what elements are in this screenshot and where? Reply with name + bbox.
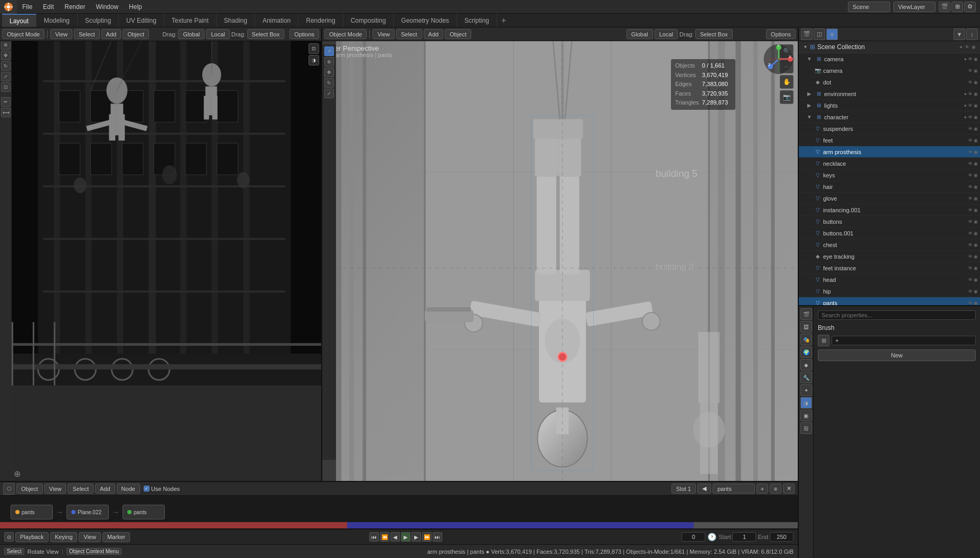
oi-render-lights[interactable]: ◉ <box>974 103 978 108</box>
rv-tool-cursor[interactable]: ⊕ <box>324 57 334 67</box>
oi-eye-char[interactable]: 👁 <box>968 115 973 120</box>
rv-camera-btn[interactable]: 📷 <box>780 90 794 104</box>
prop-scene-btn[interactable]: 🎭 <box>800 334 812 345</box>
tl-view-btn[interactable]: View <box>79 532 101 542</box>
node-chip-pants-1[interactable]: pants <box>11 505 53 519</box>
tl-play-btn[interactable]: ▶ <box>401 532 410 542</box>
oi-vis-head[interactable]: 👁 <box>968 277 973 282</box>
ne-node-btn[interactable]: Node <box>117 484 140 494</box>
oi-render-camera[interactable]: ◉ <box>974 68 978 73</box>
menu-window[interactable]: Window <box>90 0 124 13</box>
ne-material-field[interactable]: pants <box>713 484 755 494</box>
outliner-item-env[interactable]: ▶ ⊞ environment ● 👁 ◉ <box>799 88 980 100</box>
oi-render-glove[interactable]: ◉ <box>974 196 978 201</box>
rv-object-btn[interactable]: Object <box>445 29 471 39</box>
lv-object-btn[interactable]: Object <box>123 29 149 39</box>
tool-transform[interactable]: ⊡ <box>1 82 11 92</box>
blender-logo[interactable] <box>0 0 17 14</box>
tab-sculpting[interactable]: Sculpting <box>78 14 119 27</box>
rv-select-btn[interactable]: Select <box>396 29 422 39</box>
oi-expand-lights[interactable]: ▶ <box>805 101 814 110</box>
oi-expand-camera[interactable]: ▼ <box>805 55 814 63</box>
rv-tool-rotate[interactable]: ↻ <box>324 78 334 88</box>
tool-rotate[interactable]: ↻ <box>1 61 11 71</box>
oi-vis-hair[interactable]: 👁 <box>968 184 973 190</box>
tool-annotate[interactable]: ✏ <box>1 97 11 107</box>
outliner-item-lights[interactable]: ▶ ⊞ lights ● 👁 ◉ <box>799 100 980 111</box>
oi-render-keys[interactable]: ◉ <box>974 173 978 178</box>
oi-render-necklace[interactable]: ◉ <box>974 161 978 166</box>
outliner-item-character[interactable]: ▼ ⊞ character ● 👁 ◉ <box>799 111 980 123</box>
tab-texture-paint[interactable]: Texture Paint <box>164 14 217 27</box>
tl-skip-last[interactable]: ⏭ <box>433 532 442 542</box>
node-chip-pants-2[interactable]: pants <box>123 505 165 519</box>
oi-vis-dot[interactable]: 👁 <box>968 80 973 85</box>
lv-options-btn[interactable]: Options <box>290 29 319 39</box>
ne-object-btn[interactable]: Object <box>16 484 43 494</box>
status-context-key[interactable]: Object Context Menu <box>67 548 122 555</box>
tl-keying-btn[interactable]: Keying <box>50 532 78 542</box>
right-viewport[interactable]: Object Mode View Select Add Object Globa… <box>322 27 798 481</box>
oi-render-buttons[interactable]: ◉ <box>974 219 978 224</box>
outliner-item-arm-prosthesis[interactable]: ▽ arm prosthesis 👁 ◉ <box>799 146 980 158</box>
oi-render-hip[interactable]: ◉ <box>974 289 978 294</box>
outliner-item-head[interactable]: ▽ head 👁 ◉ <box>799 274 980 286</box>
tl-step-fwd[interactable]: ⏩ <box>422 532 432 542</box>
tab-modeling[interactable]: Modeling <box>36 14 78 27</box>
oi-render-feet[interactable]: ◉ <box>974 138 978 143</box>
outliner-item-glove[interactable]: ▽ glove 👁 ◉ <box>799 193 980 204</box>
ne-new-btn[interactable]: + <box>757 484 768 494</box>
tl-next-keyframe[interactable]: ▶ <box>412 532 421 542</box>
oi-render-suspenders[interactable]: ◉ <box>974 126 978 131</box>
node-editor-canvas[interactable]: pants → Plane.022 → <box>0 496 798 528</box>
oi-vis-feet-inst[interactable]: 👁 <box>968 266 973 271</box>
brush-new-btn[interactable]: New <box>818 349 976 361</box>
rv-orientation-btn[interactable]: Global <box>627 29 653 39</box>
outliner-item-keys[interactable]: ▽ keys 👁 ◉ <box>799 169 980 181</box>
tab-compositing[interactable]: Compositing <box>343 14 394 27</box>
node-chip-plane[interactable]: Plane.022 <box>67 505 109 519</box>
oi-vis-buttons-001[interactable]: 👁 <box>968 231 973 236</box>
tab-animation[interactable]: Animation <box>255 14 298 27</box>
oi-expand-env[interactable]: ▶ <box>805 90 814 98</box>
rv-view-btn[interactable]: View <box>372 29 395 39</box>
oi-render-head[interactable]: ◉ <box>974 277 978 282</box>
tool-measure[interactable]: ⟷ <box>1 108 11 117</box>
oi-render-feet-inst[interactable]: ◉ <box>974 266 978 271</box>
oi-render-camera-col[interactable]: ◉ <box>974 56 978 62</box>
outliner-item-feet-instance[interactable]: ▽ feet instance 👁 ◉ <box>799 262 980 274</box>
scene-col-vis-1[interactable]: ● <box>960 44 963 50</box>
outliner-item-hair[interactable]: ▽ hair 👁 ◉ <box>799 181 980 193</box>
tab-geometry-nodes[interactable]: Geometry Nodes <box>394 14 457 27</box>
rp-view-layer-icon[interactable]: ◫ <box>814 29 825 40</box>
oi-render-eye[interactable]: ◉ <box>974 254 978 259</box>
tl-skip-first[interactable]: ⏮ <box>369 532 379 542</box>
ne-browse-btn[interactable]: ≡ <box>770 484 781 494</box>
view-layer-selector[interactable]: ViewLayer <box>893 2 936 12</box>
brush-type-icon[interactable]: ⊞ <box>818 335 829 346</box>
oi-vis-glove[interactable]: 👁 <box>968 196 973 201</box>
rv-mode-btn[interactable]: Object Mode <box>324 29 367 39</box>
prop-material-btn[interactable]: ◑ <box>800 397 812 409</box>
ne-select-btn[interactable]: Select <box>68 484 94 494</box>
prop-output-btn[interactable]: 🖼 <box>800 321 812 333</box>
outliner-item-feet[interactable]: ▽ feet 👁 ◉ <box>799 135 980 146</box>
outliner-item-eye-tracking[interactable]: ◆ eye tracking 👁 ◉ <box>799 251 980 262</box>
oi-render-dot[interactable]: ◉ <box>974 80 978 85</box>
ne-slot-btn[interactable]: Slot 1 <box>671 484 696 494</box>
oi-render-chest[interactable]: ◉ <box>974 242 978 248</box>
outliner-item-buttons-001[interactable]: ▽ buttons.001 👁 ◉ <box>799 228 980 239</box>
tab-rendering[interactable]: Rendering <box>298 14 343 27</box>
tool-cursor[interactable]: ⊕ <box>1 40 11 50</box>
oi-vis-suspenders[interactable]: 👁 <box>968 126 973 131</box>
oi-vis-chest[interactable]: 👁 <box>968 242 973 248</box>
outliner-item-necklace[interactable]: ▽ necklace 👁 ◉ <box>799 158 980 169</box>
oi-eye-env[interactable]: 👁 <box>968 91 973 97</box>
ne-prev-btn[interactable]: ◀ <box>697 484 711 494</box>
prop-world-btn[interactable]: 🌍 <box>800 346 812 358</box>
ne-unlink-btn[interactable]: ✕ <box>783 484 795 494</box>
tool-move[interactable]: ✥ <box>1 51 11 60</box>
oi-eye-lights[interactable]: 👁 <box>968 103 973 108</box>
tl-frame-current[interactable]: 0 <box>682 532 705 542</box>
oi-render-arm[interactable]: ◉ <box>974 149 978 155</box>
